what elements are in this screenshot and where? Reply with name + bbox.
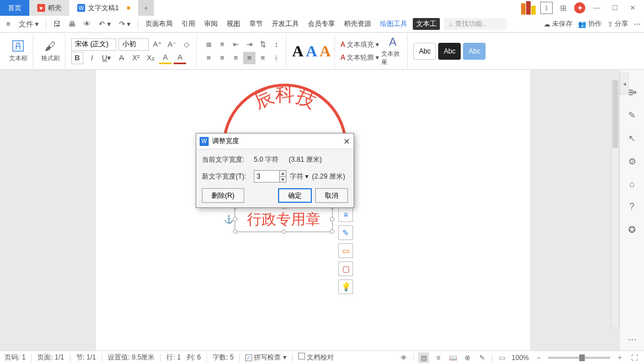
cursor-icon[interactable]: ↖ bbox=[628, 133, 636, 144]
fit-icon[interactable]: ▭ bbox=[497, 353, 507, 363]
theme-abc-3[interactable]: Abc bbox=[463, 43, 486, 60]
status-line[interactable]: 行: 1 bbox=[166, 353, 180, 362]
menu-review[interactable]: 审阅 bbox=[201, 18, 221, 30]
distribute-icon[interactable]: ≡ bbox=[257, 52, 269, 64]
cancel-button[interactable]: 取消 bbox=[315, 188, 348, 203]
avatar[interactable]: ✦ bbox=[574, 2, 585, 14]
decrease-indent-icon[interactable]: ⇤ bbox=[230, 38, 242, 51]
menu-text-tools[interactable]: 文本工 bbox=[413, 18, 440, 30]
apps-icon[interactable]: ⊞ bbox=[557, 2, 570, 14]
tab-docker[interactable]: ♥稻壳 bbox=[29, 0, 69, 16]
align-left-icon[interactable]: ≡ bbox=[202, 52, 215, 64]
new-width-input[interactable] bbox=[254, 171, 279, 182]
line-spacing-icon[interactable]: ⇅ bbox=[257, 38, 269, 51]
increase-indent-icon[interactable]: ⇥ bbox=[243, 38, 255, 51]
font-name-select[interactable]: 宋体 (正文) bbox=[71, 38, 116, 51]
strike-button[interactable]: A̶ bbox=[115, 52, 127, 64]
idea-icon[interactable]: 💡 bbox=[338, 279, 353, 294]
resize-handle[interactable] bbox=[330, 217, 334, 221]
menu-resources[interactable]: 稻壳资源 bbox=[341, 18, 374, 30]
menu-vip[interactable]: 会员专享 bbox=[305, 18, 338, 30]
menu-draw-tools[interactable]: 绘图工具 bbox=[377, 18, 411, 30]
workspace-icon[interactable]: 1 bbox=[540, 2, 553, 14]
wordart-style-1[interactable]: A bbox=[292, 42, 303, 60]
collapse-panel-icon[interactable]: ◂ bbox=[620, 72, 629, 95]
sort-icon[interactable]: ↕ bbox=[270, 38, 283, 51]
grow-font-icon[interactable]: A⁺ bbox=[151, 38, 164, 51]
tab-home[interactable]: 首页 bbox=[0, 0, 29, 16]
file-menu[interactable]: 文件 ▾ bbox=[16, 17, 42, 31]
menu-section[interactable]: 章节 bbox=[246, 18, 266, 30]
status-section[interactable]: 节: 1/1 bbox=[76, 353, 96, 362]
wordart-style-3[interactable]: A bbox=[319, 42, 330, 60]
pen-sig-icon[interactable]: ✎ bbox=[628, 110, 636, 121]
bookshelf-icon[interactable] bbox=[521, 1, 536, 15]
page-view-icon[interactable]: ▤ bbox=[418, 353, 429, 363]
status-col[interactable]: 列: 6 bbox=[187, 353, 201, 362]
zoom-in-icon[interactable]: ＋ bbox=[615, 353, 625, 363]
resize-handle[interactable] bbox=[330, 229, 334, 234]
dialog-titlebar[interactable]: W 调整宽度 ✕ bbox=[196, 134, 354, 149]
textbox-button[interactable]: 🄰文本框 bbox=[7, 35, 29, 67]
clear-format-icon[interactable]: ◇ bbox=[180, 38, 193, 51]
more-tools-icon[interactable]: ⋯ bbox=[628, 334, 637, 345]
stamp-textbox[interactable]: ⚓ 行政专用章 bbox=[235, 206, 333, 232]
focus-view-icon[interactable]: ✎ bbox=[477, 353, 487, 363]
resize-handle[interactable] bbox=[233, 229, 237, 234]
superscript-button[interactable]: X² bbox=[130, 52, 142, 64]
align-right-icon[interactable]: ≡ bbox=[230, 52, 242, 64]
dialog-close-button[interactable]: ✕ bbox=[343, 137, 350, 146]
text-effects-button[interactable]: A文本效果 bbox=[381, 35, 404, 67]
wallet-icon[interactable]: ⌂ bbox=[629, 179, 635, 189]
redo-icon[interactable]: ↷ ▾ bbox=[116, 18, 134, 30]
zoom-slider[interactable] bbox=[548, 357, 610, 359]
layout-options-icon[interactable]: ≡ bbox=[338, 207, 353, 222]
undo-icon[interactable]: ↶ ▾ bbox=[96, 18, 114, 30]
highlight-tool-icon[interactable]: ▭ bbox=[338, 243, 353, 258]
resize-handle[interactable] bbox=[233, 217, 237, 221]
subscript-button[interactable]: X₂ bbox=[144, 52, 157, 64]
status-proofread[interactable]: 文档校对 bbox=[298, 353, 334, 362]
settings-slider-icon[interactable]: ⚙ bbox=[628, 156, 636, 167]
status-spellcheck[interactable]: ✓拼写检查 ▾ bbox=[245, 353, 286, 362]
status-setting[interactable]: 设置值: 8.5厘米 bbox=[108, 353, 155, 362]
canvas[interactable]: 辰科技 ⚓ 行政专用章 ≡ ✎ ▭ ▢ 💡 bbox=[0, 70, 632, 350]
search-input[interactable]: ⌕ 查找功能.. bbox=[444, 18, 506, 30]
underline-button[interactable]: U ▾ bbox=[100, 52, 113, 64]
scroll-thumb[interactable] bbox=[612, 81, 618, 148]
print-preview-icon[interactable]: 👁 bbox=[81, 18, 94, 30]
bulb-icon[interactable]: ✪ bbox=[628, 224, 636, 235]
menu-devtools[interactable]: 开发工具 bbox=[268, 18, 302, 30]
share-button[interactable]: ⇪分享 bbox=[607, 19, 628, 29]
reading-view-icon[interactable]: 📖 bbox=[448, 353, 458, 363]
help-icon[interactable]: ? bbox=[629, 202, 634, 212]
print-icon[interactable]: 🖶 bbox=[65, 18, 78, 30]
coop-button[interactable]: 👥协作 bbox=[578, 19, 602, 29]
minimize-button[interactable]: — bbox=[590, 1, 603, 15]
delete-button[interactable]: 删除(R) bbox=[202, 188, 244, 203]
spin-up-icon[interactable]: ▲ bbox=[280, 171, 286, 177]
tab-document[interactable]: W文字文稿1 bbox=[69, 0, 138, 16]
numbering-icon[interactable]: ≡ bbox=[216, 38, 228, 51]
ok-button[interactable]: 确定 bbox=[278, 188, 312, 203]
vertical-scrollbar[interactable] bbox=[611, 80, 619, 328]
status-chars[interactable]: 字数: 5 bbox=[213, 353, 233, 362]
border-tool-icon[interactable]: ▢ bbox=[338, 261, 353, 276]
align-justify-icon[interactable]: ≡ bbox=[243, 52, 255, 64]
tab-new[interactable]: ＋ bbox=[138, 0, 154, 16]
zoom-value[interactable]: 100% bbox=[511, 354, 529, 362]
highlight-button[interactable]: A bbox=[159, 52, 171, 64]
menu-reference[interactable]: 引用 bbox=[178, 18, 199, 30]
text-outline-button[interactable]: A文本轮廓 ▾ bbox=[341, 53, 380, 63]
menu-page-layout[interactable]: 页面布局 bbox=[142, 18, 176, 30]
font-size-select[interactable]: 小初 bbox=[118, 38, 149, 51]
close-button[interactable]: ✕ bbox=[626, 1, 639, 15]
text-fill-button[interactable]: A文本填充 ▾ bbox=[341, 40, 380, 50]
save-icon[interactable]: 🖫 bbox=[50, 18, 63, 30]
fullscreen-icon[interactable]: ⛶ bbox=[629, 353, 639, 363]
paragraph-icon[interactable]: ⟊ bbox=[270, 52, 283, 64]
wordart-style-2[interactable]: A bbox=[306, 42, 317, 60]
maximize-button[interactable]: ☐ bbox=[608, 1, 621, 15]
font-color-button[interactable]: A bbox=[174, 52, 186, 64]
new-width-spinner[interactable]: ▲▼ bbox=[254, 170, 286, 183]
